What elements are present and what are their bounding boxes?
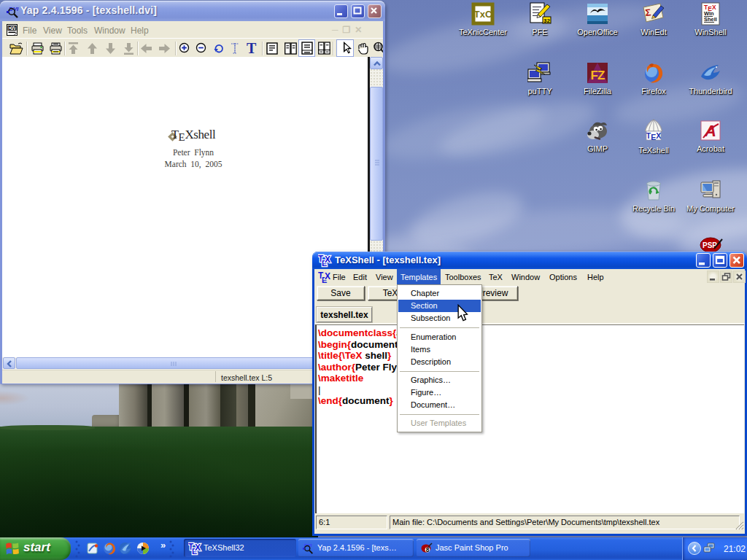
svg-text:X: X bbox=[325, 271, 330, 281]
svg-text:Shell: Shell bbox=[704, 16, 717, 23]
svg-text:»: » bbox=[160, 540, 166, 551]
svg-text:X: X bbox=[195, 542, 201, 553]
svg-text:A: A bbox=[704, 122, 716, 140]
svg-text:FZ: FZ bbox=[591, 69, 605, 82]
svg-text:TxC: TxC bbox=[474, 9, 492, 20]
svg-text:32: 32 bbox=[543, 18, 550, 24]
svg-text:X: X bbox=[325, 254, 330, 265]
svg-text:TEX: TEX bbox=[646, 131, 661, 141]
svg-text:8: 8 bbox=[426, 546, 430, 553]
svg-text:DVI: DVI bbox=[9, 26, 17, 31]
svg-text:T: T bbox=[247, 40, 257, 56]
